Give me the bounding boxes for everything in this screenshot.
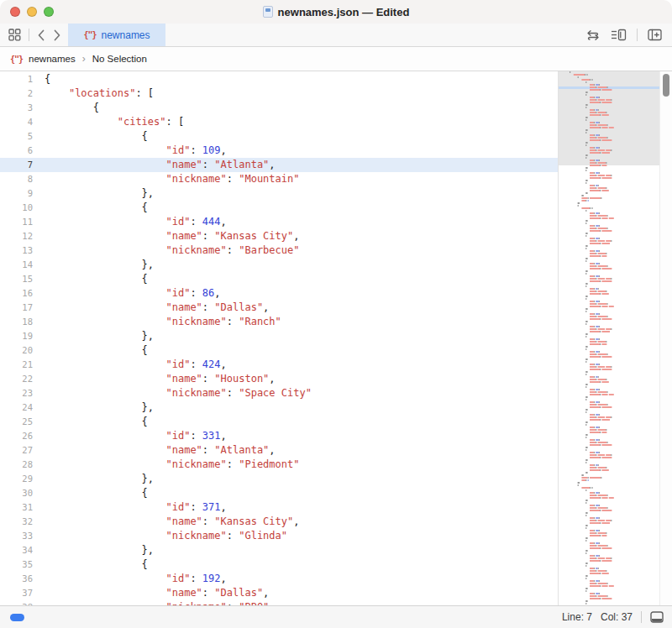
code-text: "name": "Kansas City", <box>38 515 299 529</box>
minimap[interactable] <box>558 71 659 605</box>
code-line[interactable]: 26 "id": 331, <box>0 429 558 443</box>
line-number[interactable]: 31 <box>0 500 38 515</box>
line-number[interactable]: 24 <box>0 400 38 415</box>
code-text: "name": "Houston", <box>38 372 276 386</box>
line-number[interactable]: 34 <box>0 543 38 557</box>
code-line[interactable]: 27 "name": "Atlanta", <box>0 443 558 458</box>
breadcrumb-selection[interactable]: No Selection <box>92 54 147 64</box>
line-number[interactable]: 20 <box>0 343 38 358</box>
code-line[interactable]: 7 "name": "Atlanta", <box>0 158 558 172</box>
line-number[interactable]: 6 <box>0 144 38 158</box>
line-number[interactable]: 29 <box>0 472 38 486</box>
line-number[interactable]: 8 <box>0 172 38 186</box>
line-number[interactable]: 13 <box>0 243 38 258</box>
line-number[interactable]: 9 <box>0 186 38 201</box>
code-line[interactable]: 15 { <box>0 272 558 286</box>
line-number[interactable]: 7 <box>0 158 38 172</box>
line-number[interactable]: 36 <box>0 572 38 586</box>
line-number[interactable]: 23 <box>0 386 38 400</box>
line-number[interactable]: 25 <box>0 415 38 429</box>
line-number[interactable]: 30 <box>0 486 38 500</box>
zoom-window-button[interactable] <box>44 7 54 17</box>
minimize-window-button[interactable] <box>27 7 37 17</box>
line-number[interactable]: 26 <box>0 429 38 443</box>
code-line[interactable]: 17 "name": "Dallas", <box>0 301 558 315</box>
line-number[interactable]: 15 <box>0 272 38 286</box>
tab-overview-icon[interactable] <box>8 29 21 41</box>
code-line[interactable]: 33 "nickname": "Glinda" <box>0 529 558 543</box>
close-window-button[interactable] <box>10 7 20 17</box>
code-line[interactable]: 3 { <box>0 101 558 115</box>
tab-newnames[interactable]: {"} newnames <box>68 24 165 46</box>
back-chevron-icon[interactable] <box>37 29 45 41</box>
forward-chevron-icon[interactable] <box>53 29 61 41</box>
editor[interactable]: 1{2 "locations": [3 {4 "cities": [5 {6 "… <box>0 71 558 605</box>
scrollbar-track[interactable] <box>659 71 672 605</box>
code-line[interactable]: 31 "id": 371, <box>0 500 558 515</box>
code-line[interactable]: 14 }, <box>0 258 558 272</box>
code-line[interactable]: 12 "name": "Kansas City", <box>0 229 558 243</box>
code-line[interactable]: 30 { <box>0 486 558 500</box>
line-number[interactable]: 32 <box>0 515 38 529</box>
line-number[interactable]: 4 <box>0 115 38 129</box>
line-number[interactable]: 22 <box>0 372 38 386</box>
code-line[interactable]: 21 "id": 424, <box>0 358 558 372</box>
code-line[interactable]: 36 "id": 192, <box>0 572 558 586</box>
code-line[interactable]: 22 "name": "Houston", <box>0 372 558 386</box>
line-number[interactable]: 1 <box>0 72 38 86</box>
code-line[interactable]: 20 { <box>0 343 558 358</box>
scrollbar-thumb[interactable] <box>663 74 669 97</box>
code-line[interactable]: 19 }, <box>0 329 558 343</box>
code-line[interactable]: 9 }, <box>0 186 558 201</box>
title-bar[interactable]: newnames.json — Edited <box>0 0 672 24</box>
line-number[interactable]: 28 <box>0 458 38 472</box>
code-line[interactable]: 23 "nickname": "Space City" <box>0 386 558 400</box>
code-line[interactable]: 34 }, <box>0 543 558 557</box>
line-number[interactable]: 17 <box>0 301 38 315</box>
line-number[interactable]: 18 <box>0 315 38 329</box>
code-line[interactable]: 11 "id": 444, <box>0 215 558 229</box>
line-number[interactable]: 2 <box>0 86 38 101</box>
code-text: }, <box>38 472 154 486</box>
toggle-bottom-bar-icon[interactable] <box>650 611 664 623</box>
breadcrumb-file[interactable]: newnames <box>29 54 76 64</box>
code-line[interactable]: 1{ <box>0 72 558 86</box>
code-line[interactable]: 35 { <box>0 557 558 572</box>
line-number[interactable]: 21 <box>0 358 38 372</box>
line-number[interactable]: 33 <box>0 529 38 543</box>
code-line[interactable]: 25 { <box>0 415 558 429</box>
code-text: "id": 109, <box>38 144 227 158</box>
line-number[interactable]: 27 <box>0 443 38 458</box>
code-line[interactable]: 18 "nickname": "Ranch" <box>0 315 558 329</box>
line-number[interactable]: 19 <box>0 329 38 343</box>
line-number[interactable]: 5 <box>0 129 38 144</box>
code-line[interactable]: 6 "id": 109, <box>0 144 558 158</box>
minimap-canvas <box>559 71 659 605</box>
code-line[interactable]: 32 "name": "Kansas City", <box>0 515 558 529</box>
code-line[interactable]: 8 "nickname": "Mountain" <box>0 172 558 186</box>
line-number[interactable]: 10 <box>0 201 38 215</box>
code-line[interactable]: 10 { <box>0 201 558 215</box>
code-line[interactable]: 29 }, <box>0 472 558 486</box>
editor-options-icon[interactable] <box>611 29 627 41</box>
line-number[interactable]: 35 <box>0 557 38 572</box>
code-line[interactable]: 13 "nickname": "Barbecue" <box>0 243 558 258</box>
code-text: "name": "Dallas", <box>38 301 269 315</box>
code-text: "id": 86, <box>38 286 221 301</box>
code-line[interactable]: 4 "cities": [ <box>0 115 558 129</box>
code-line[interactable]: 5 { <box>0 129 558 144</box>
line-number[interactable]: 12 <box>0 229 38 243</box>
document-proxy-icon[interactable] <box>263 6 273 18</box>
line-number[interactable]: 11 <box>0 215 38 229</box>
line-number[interactable]: 14 <box>0 258 38 272</box>
code-line[interactable]: 24 }, <box>0 400 558 415</box>
code-line[interactable]: 16 "id": 86, <box>0 286 558 301</box>
add-editor-icon[interactable] <box>648 29 662 41</box>
line-number[interactable]: 3 <box>0 101 38 115</box>
code-line[interactable]: 37 "name": "Dallas", <box>0 586 558 600</box>
line-number[interactable]: 16 <box>0 286 38 301</box>
code-line[interactable]: 2 "locations": [ <box>0 86 558 101</box>
line-number[interactable]: 37 <box>0 586 38 600</box>
code-line[interactable]: 28 "nickname": "Piedmont" <box>0 458 558 472</box>
code-review-icon[interactable] <box>585 29 601 41</box>
